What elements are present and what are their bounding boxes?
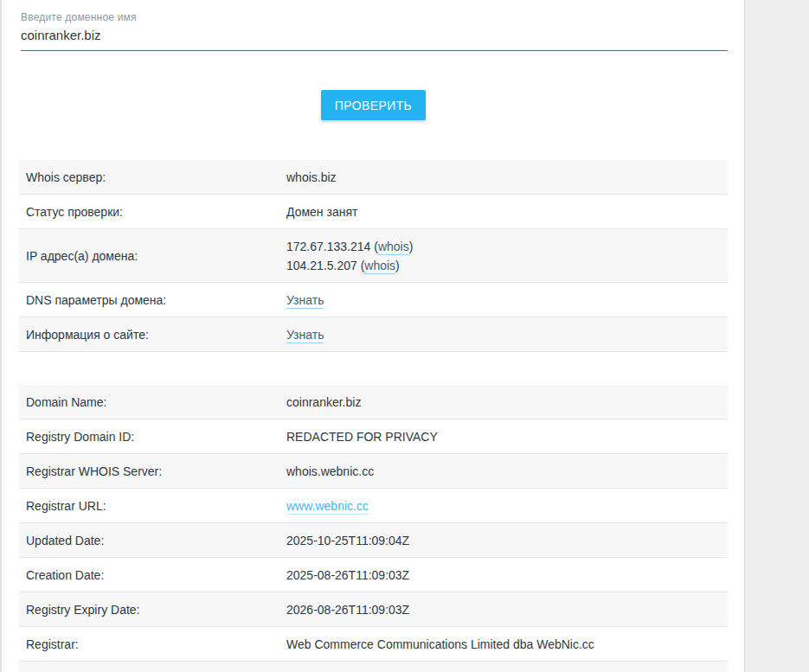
- row-label: DNS параметры домена:: [26, 293, 286, 307]
- site-info-link[interactable]: Узнать: [286, 328, 324, 343]
- row-value: 2026-08-26T11:09:03Z: [286, 603, 721, 617]
- whois-link[interactable]: whois: [378, 240, 409, 255]
- domain-input-label: Введите доменное имя: [21, 11, 137, 23]
- page-gutter: [744, 0, 809, 672]
- row-label: Whois сервер:: [26, 170, 286, 184]
- row-value: Домен занят: [286, 205, 721, 219]
- row-value: 172.67.133.214 (whois) 104.21.5.207 (who…: [286, 237, 721, 275]
- row-value: coinranker.biz: [286, 395, 721, 409]
- ip-text: 104.21.5.207 (: [286, 259, 364, 272]
- row-value: 2025-08-26T11:09:03Z: [286, 568, 721, 582]
- row-label: Registrar URL:: [26, 499, 286, 513]
- row-label: Информация о сайте:: [26, 328, 286, 342]
- row-label: Registrar WHOIS Server:: [26, 464, 286, 478]
- check-button[interactable]: ПРОВЕРИТЬ: [321, 90, 426, 120]
- row-label: Registry Domain ID:: [26, 430, 286, 444]
- table-row-whois-server: Whois сервер: whois.biz: [19, 160, 728, 195]
- table-row-ip-addresses: IP адрес(а) домена: 172.67.133.214 (whoi…: [19, 229, 728, 283]
- whois-link[interactable]: whois: [364, 259, 395, 274]
- table-row-check-status: Статус проверки: Домен занят: [19, 195, 728, 229]
- whois-lookup-page: Введите доменное имя ПРОВЕРИТЬ Whois сер…: [0, 0, 809, 672]
- ip-text-close: ): [395, 259, 400, 272]
- row-value: whois.webnic.cc: [286, 464, 721, 478]
- row-label: Registrar:: [26, 637, 286, 651]
- row-value: whois.biz: [286, 170, 721, 184]
- table-row-creation-date: Creation Date: 2025-08-26T11:09:03Z: [19, 558, 728, 592]
- domain-input[interactable]: [21, 26, 728, 51]
- row-value: REDACTED FOR PRIVACY: [286, 430, 721, 444]
- row-label: Updated Date:: [26, 534, 286, 547]
- whois-record-table: Domain Name: coinranker.biz Registry Dom…: [19, 385, 728, 672]
- ip-text: 172.67.133.214 (: [286, 240, 378, 253]
- table-row-domain-name: Domain Name: coinranker.biz: [19, 385, 728, 419]
- row-label: Creation Date:: [26, 568, 286, 582]
- table-row-registry-domain-id: Registry Domain ID: REDACTED FOR PRIVACY: [19, 419, 728, 454]
- table-row-partial: [19, 662, 728, 672]
- row-value: Узнать: [286, 328, 721, 342]
- table-row-registry-expiry-date: Registry Expiry Date: 2026-08-26T11:09:0…: [19, 592, 728, 627]
- table-row-registrar-whois-server: Registrar WHOIS Server: whois.webnic.cc: [19, 454, 728, 489]
- dns-details-link[interactable]: Узнать: [286, 293, 324, 309]
- row-label: Registry Expiry Date:: [26, 603, 286, 617]
- row-value: Узнать: [286, 293, 721, 307]
- table-row-registrar: Registrar: Web Commerce Communications L…: [19, 627, 728, 662]
- row-value: Web Commerce Communications Limited dba …: [286, 637, 721, 651]
- table-row-registrar-url: Registrar URL: www.webnic.cc: [19, 489, 728, 523]
- row-value: 2025-10-25T11:09:04Z: [286, 534, 721, 547]
- row-label: Domain Name:: [26, 395, 286, 409]
- row-label: Статус проверки:: [26, 205, 286, 219]
- ip-line: 172.67.133.214 (whois): [286, 237, 721, 256]
- table-row-dns-params: DNS параметры домена: Узнать: [19, 283, 728, 317]
- ip-text-close: ): [409, 240, 414, 253]
- table-row-site-info: Информация о сайте: Узнать: [19, 317, 728, 352]
- table-row-updated-date: Updated Date: 2025-10-25T11:09:04Z: [19, 523, 728, 558]
- whois-summary-table: Whois сервер: whois.biz Статус проверки:…: [19, 160, 728, 352]
- registrar-url-link[interactable]: www.webnic.cc: [286, 499, 369, 515]
- row-label: IP адрес(а) домена:: [26, 249, 286, 263]
- left-edge-divider: [0, 0, 2, 672]
- ip-line: 104.21.5.207 (whois): [286, 256, 721, 275]
- row-value: www.webnic.cc: [286, 499, 721, 513]
